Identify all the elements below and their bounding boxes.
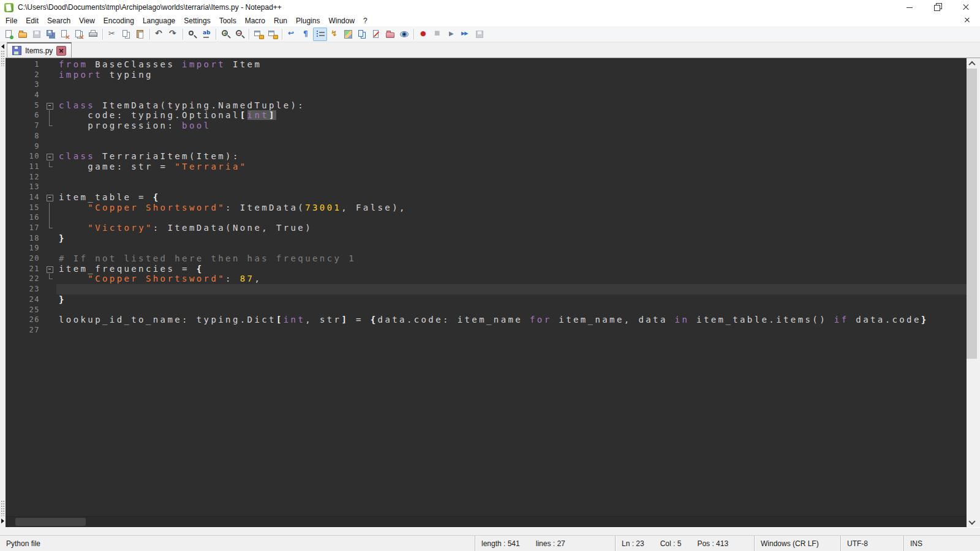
line-number: 2 [6, 70, 45, 80]
scroll-up-button[interactable] [967, 58, 977, 69]
menu-item-view[interactable]: View [75, 15, 99, 26]
fold-collapse-icon[interactable] [45, 100, 56, 111]
tab-label: Items.py [25, 47, 53, 55]
replace-icon [202, 29, 212, 39]
close-button[interactable] [58, 28, 72, 41]
copy-icon [121, 29, 132, 39]
find-button[interactable] [186, 28, 200, 41]
menu-item-file[interactable]: File [1, 15, 21, 26]
code-text: item_table = { [56, 192, 967, 203]
status-pos: Pos : 413 [697, 539, 728, 548]
code-text: "Copper Shortsword": 87, [56, 274, 967, 284]
close-button[interactable] [952, 0, 980, 15]
macro-stop-button[interactable] [431, 28, 445, 41]
monitoring-button[interactable] [398, 28, 412, 41]
show-indent-guide-button[interactable] [313, 28, 327, 41]
toolbar-separator [149, 29, 151, 40]
fold-collapse-icon[interactable] [45, 151, 56, 162]
word-wrap-button[interactable] [285, 28, 299, 41]
vertical-scrollbar[interactable] [967, 58, 977, 527]
menu-item-macro[interactable]: Macro [241, 15, 270, 26]
sync-vertical-scrolling-button[interactable] [252, 28, 266, 41]
print-icon [88, 29, 99, 39]
document-list-button[interactable] [355, 28, 369, 41]
fold-margin [45, 182, 56, 192]
document-map-button[interactable] [341, 28, 355, 41]
open-file-button[interactable] [16, 28, 30, 41]
cut-button[interactable] [105, 28, 119, 41]
line-number: 18 [6, 233, 45, 244]
close-all-button[interactable] [72, 28, 86, 41]
fold-margin [45, 212, 56, 223]
tab-items-py[interactable]: Items.py [7, 42, 72, 58]
dock-grip-dots[interactable] [1, 50, 5, 66]
status-eol-format: Windows (CR LF) [754, 536, 840, 551]
dock-grip-dots[interactable] [1, 500, 5, 516]
save-all-button[interactable] [44, 28, 58, 41]
line-number: 24 [6, 294, 45, 305]
sync-horizontal-scrolling-icon [268, 29, 278, 39]
replace-button[interactable] [200, 28, 214, 41]
save-button[interactable] [30, 28, 44, 41]
menu-item-encoding[interactable]: Encoding [99, 15, 138, 26]
zoom-out-button[interactable] [233, 28, 247, 41]
code-text: from BaseClasses import Item [56, 59, 967, 70]
new-file-button[interactable] [2, 28, 16, 41]
code-line: 19 [6, 243, 967, 253]
function-list-button[interactable] [369, 28, 383, 41]
menu-item-tools[interactable]: Tools [215, 15, 241, 26]
line-number: 9 [6, 141, 45, 152]
macro-record-button[interactable] [417, 28, 431, 41]
copy-button[interactable] [119, 28, 134, 41]
menu-item-run[interactable]: Run [270, 15, 292, 26]
show-all-characters-button[interactable] [299, 28, 313, 41]
text-editor[interactable]: 1from BaseClasses import Item2import typ… [6, 58, 967, 516]
restore-button[interactable] [924, 0, 952, 15]
scroll-down-button[interactable] [967, 517, 977, 527]
line-number: 20 [6, 253, 45, 264]
horizontal-scrollbar[interactable] [6, 516, 967, 527]
dock-collapse-left-icon[interactable] [1, 44, 4, 49]
status-insert-mode[interactable]: INS [903, 536, 980, 551]
menu-item-search[interactable]: Search [43, 15, 75, 26]
line-number: 17 [6, 223, 45, 233]
open-file-icon [18, 29, 28, 39]
tab-close-icon[interactable] [56, 46, 66, 56]
menu-item-edit[interactable]: Edit [21, 15, 43, 26]
redo-button[interactable] [167, 28, 181, 41]
line-number: 10 [6, 151, 45, 162]
minimize-button[interactable] [895, 0, 924, 15]
zoom-in-button[interactable] [219, 28, 233, 41]
define-your-language-button[interactable] [327, 28, 341, 41]
menu-item-plugins[interactable]: Plugins [292, 15, 324, 26]
zoom-in-icon [221, 29, 231, 39]
status-length-lines: length : 541 lines : 27 [475, 536, 615, 551]
dock-collapse-right-icon[interactable] [1, 519, 4, 523]
menu-close-icon[interactable] [964, 17, 970, 23]
code-line: 4 [6, 90, 967, 100]
fold-collapse-icon[interactable] [45, 192, 56, 203]
fold-collapse-icon[interactable] [45, 264, 56, 274]
folder-as-workspace-button[interactable] [383, 28, 398, 41]
macro-save-button[interactable] [473, 28, 487, 41]
toolbar-separator [216, 29, 217, 40]
menu-item-help[interactable]: ? [359, 15, 372, 26]
horizontal-scrollbar-thumb[interactable] [15, 518, 86, 526]
show-all-characters-icon [301, 29, 311, 39]
print-button[interactable] [86, 28, 100, 41]
menu-item-window[interactable]: Window [324, 15, 359, 26]
editor-column: 1from BaseClasses import Item2import typ… [6, 58, 967, 527]
code-line: 18} [6, 233, 967, 244]
code-line: 1from BaseClasses import Item [6, 59, 967, 70]
paste-button[interactable] [134, 28, 148, 41]
sync-horizontal-scrolling-button[interactable] [266, 28, 280, 41]
macro-run-multiple-button[interactable] [459, 28, 473, 41]
macro-playback-button[interactable] [445, 28, 459, 41]
vertical-scrollbar-thumb[interactable] [967, 69, 977, 359]
undo-button[interactable] [153, 28, 167, 41]
menu-item-language[interactable]: Language [138, 15, 179, 26]
code-line: 5class ItemData(typing.NamedTuple): [6, 100, 967, 111]
fold-margin [45, 223, 56, 233]
fold-margin [45, 59, 56, 70]
menu-item-settings[interactable]: Settings [179, 15, 214, 26]
